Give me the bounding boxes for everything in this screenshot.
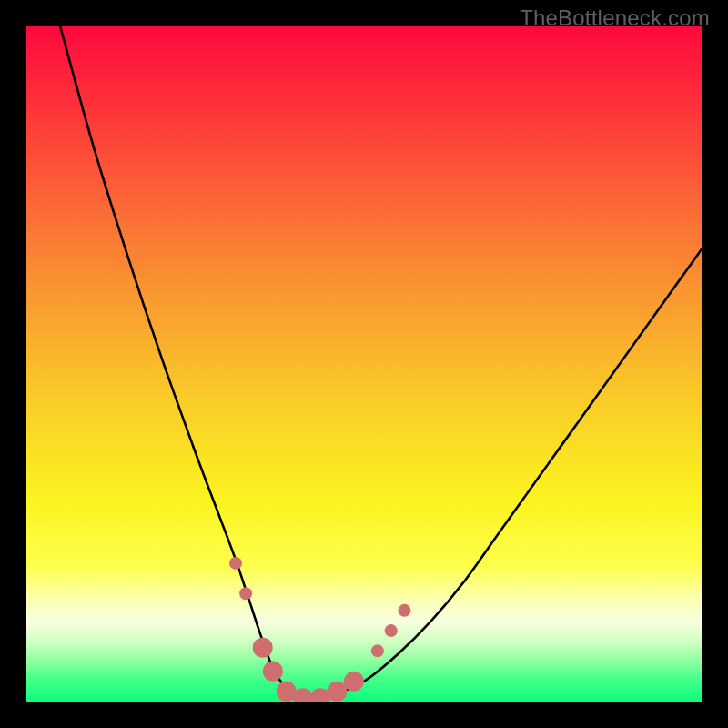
watermark-text: TheBottleneck.com xyxy=(520,5,710,31)
chart-svg xyxy=(26,26,702,702)
marker-dot xyxy=(399,604,411,617)
marker-dot xyxy=(327,682,347,702)
marker-dot xyxy=(371,644,384,657)
marker-dot xyxy=(344,672,364,692)
chart-frame: TheBottleneck.com xyxy=(0,0,728,728)
chart-plot-area xyxy=(26,26,702,702)
gradient-background xyxy=(26,26,702,702)
marker-dot xyxy=(385,624,398,637)
marker-dot xyxy=(239,587,252,600)
marker-dot xyxy=(263,662,283,682)
marker-dot xyxy=(253,638,273,658)
marker-dot xyxy=(229,557,242,570)
